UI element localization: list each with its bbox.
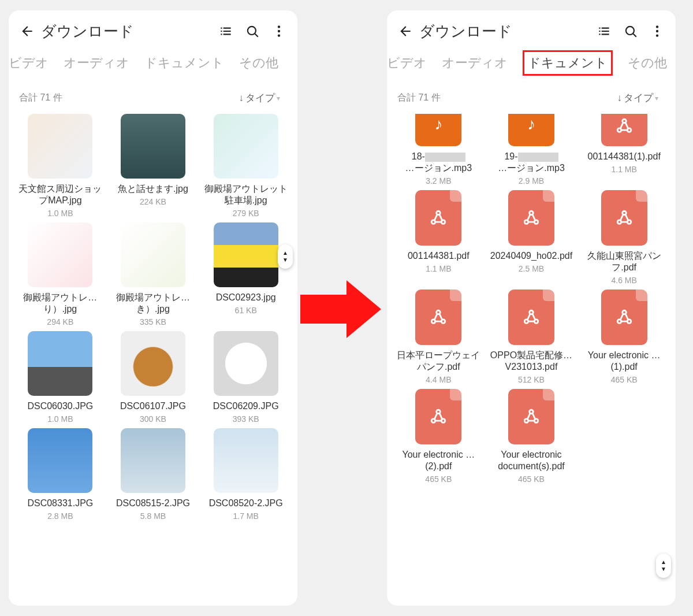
file-name: DSC02923.jpg [216,292,276,303]
pdf-icon [429,407,448,426]
file-name: 19-…ージョン.mp3 [498,151,565,174]
music-note-icon: ♪ [527,116,535,132]
tab-documents[interactable]: ドキュメント [144,54,224,72]
file-item[interactable]: ♪19-…ージョン.mp32.9 MB [487,114,576,185]
tab-video[interactable]: ビデオ [9,54,49,72]
file-item[interactable]: OPPO製品宅配修…V231013.pdf512 KB [487,290,576,384]
music-note-icon: ♪ [434,116,442,132]
file-thumbnail [214,114,278,179]
file-name: 魚と話せます.jpg [118,183,188,195]
page-title: ダウンロード [41,21,218,42]
file-thumbnail [28,114,92,179]
more-button[interactable] [271,23,287,39]
category-tabs: ビデオ オーディオ ドキュメント その他 [9,49,297,77]
file-item[interactable]: ♪18-…ージョン.mp33.2 MB [394,114,483,185]
sort-arrow-icon: ↓ [617,92,623,104]
file-size: 1.0 MB [47,209,73,218]
pdf-icon [521,208,541,228]
file-size: 1.7 MB [233,511,258,521]
tab-other[interactable]: その他 [628,54,667,72]
file-name: DSC06209.JPG [213,400,279,412]
file-thumbnail [28,331,92,396]
file-icon [508,389,554,444]
sort-button[interactable]: ↓タイプ▾ [239,91,281,105]
file-thumbnail [214,428,278,493]
transition-arrow [300,277,381,341]
file-name: 20240409_ho02.pdf [490,250,572,262]
file-name: Your electronic …(2).pdf [395,449,482,472]
file-item[interactable]: Your electronic …(1).pdf465 KB [579,290,669,384]
sort-arrow-icon: ↓ [239,92,244,104]
search-button[interactable] [623,23,639,39]
file-item[interactable]: DSC08515-2.JPG5.8 MB [109,428,198,521]
file-item[interactable]: DSC08331.JPG2.8 MB [16,428,105,521]
file-name: Your electronic …(1).pdf [581,350,668,373]
file-thumbnail [214,331,278,396]
tab-video[interactable]: ビデオ [387,54,427,72]
file-icon [508,190,554,246]
summary-bar: 合計 71 件 ↓タイプ▾ [387,77,676,108]
file-item[interactable]: 御殿場アウトレット駐車場.jpg279 KB [201,114,290,218]
file-item[interactable]: 天文館ス周辺ショップMAP.jpg1.0 MB [16,114,105,218]
redacted-text [425,153,465,162]
file-item[interactable]: 日本平ロープウェイパンフ.pdf4.4 MB [394,290,483,384]
total-count: 合計 71 件 [397,92,441,104]
file-item[interactable]: 001144381(1).pdf1.1 MB [579,114,669,185]
file-item[interactable]: DSC08520-2.JPG1.7 MB [201,428,290,521]
file-item[interactable]: 御殿場アウトレ…り）.jpg294 KB [16,222,105,326]
search-button[interactable] [244,23,260,39]
file-name: DSC06030.JPG [27,400,93,412]
sort-button[interactable]: ↓タイプ▾ [617,91,659,105]
view-toggle-button[interactable] [218,23,234,39]
file-item[interactable]: 魚と話せます.jpg224 KB [109,114,198,218]
back-arrow-icon [20,24,35,39]
file-grid: ♪18-…ージョン.mp33.2 MB♪19-…ージョン.mp32.9 MB00… [387,108,676,484]
svg-point-9 [656,30,658,32]
file-item[interactable]: DSC06030.JPG1.0 MB [16,331,105,424]
file-item[interactable]: Your electronic document(s).pdf465 KB [487,389,576,484]
tab-other[interactable]: その他 [239,54,278,72]
file-size: 335 KB [140,317,166,326]
svg-line-1 [255,34,258,37]
file-name: 001144381(1).pdf [588,151,661,162]
file-name: DSC06107.JPG [120,400,186,412]
search-icon [623,24,638,39]
file-size: 2.9 MB [519,176,544,185]
tab-audio[interactable]: オーディオ [442,54,508,72]
file-item[interactable]: DSC06107.JPG300 KB [109,331,198,424]
svg-point-4 [278,34,280,36]
screen-right: ダウンロード ビデオ オーディオ ドキュメント その他 合計 71 件 [387,10,676,606]
more-vertical-icon [650,24,665,39]
back-button[interactable] [17,21,38,42]
scroll-handle[interactable]: ▲▼ [278,244,293,269]
svg-point-10 [656,34,658,36]
file-thumbnail [28,428,92,493]
file-thumbnail [121,114,185,179]
file-item[interactable]: DSC06209.JPG393 KB [201,331,290,424]
screen-left: ダウンロード ビデオ オーディオ ドキュメント その他 合計 71 件 [9,10,297,606]
pdf-icon [521,407,541,426]
file-item[interactable]: 20240409_ho02.pdf2.5 MB [487,190,576,285]
file-icon [415,190,461,246]
chevron-down-icon: ▾ [655,94,658,102]
tab-documents[interactable]: ドキュメント [523,50,613,76]
back-button[interactable] [395,21,416,42]
pdf-icon [614,116,634,136]
tab-audio[interactable]: オーディオ [64,54,129,72]
svg-point-2 [278,25,280,28]
file-item[interactable]: 久能山東照宮パンフ.pdf4.6 MB [579,190,669,285]
file-size: 465 KB [611,375,638,384]
file-size: 294 KB [47,317,73,326]
svg-point-3 [278,30,280,32]
file-size: 393 KB [233,414,259,424]
file-size: 3.2 MB [426,176,451,185]
file-item[interactable]: 001144381.pdf1.1 MB [394,190,483,285]
file-item[interactable]: 御殿場アウトレ…き）.jpg335 KB [109,222,198,326]
view-toggle-button[interactable] [596,23,612,39]
file-item[interactable]: Your electronic …(2).pdf465 KB [394,389,483,484]
more-button[interactable] [649,23,665,39]
file-icon [601,190,647,246]
svg-marker-5 [300,280,381,338]
scroll-handle[interactable]: ▲▼ [656,554,671,578]
file-item[interactable]: DSC02923.jpg61 KB [201,222,290,326]
